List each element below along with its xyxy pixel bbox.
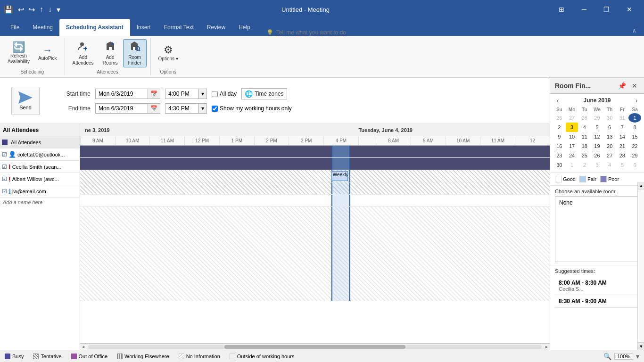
end-time-input[interactable]	[165, 104, 198, 113]
cal-day-2-6[interactable]: 15	[628, 132, 641, 141]
cal-day-5-0[interactable]: 30	[553, 160, 566, 170]
all-day-checkbox[interactable]	[212, 91, 218, 97]
cal-day-3-5[interactable]: 21	[616, 141, 629, 151]
cal-day-4-4[interactable]: 27	[603, 151, 616, 160]
cal-day-4-3[interactable]: 26	[591, 151, 603, 160]
cal-day-1-3[interactable]: 5	[591, 123, 603, 132]
add-rooms-button[interactable]: AddRooms	[99, 39, 122, 67]
cal-day-2-0[interactable]: 9	[553, 132, 566, 141]
undo-icon[interactable]: ↩	[18, 5, 24, 14]
tab-insert[interactable]: Insert	[130, 19, 157, 36]
fullscreen-btn[interactable]: ⊞	[551, 2, 572, 16]
grid-rows[interactable]: Weekly Staf...	[80, 146, 550, 343]
tab-format-text[interactable]: Format Text	[157, 19, 200, 36]
cal-day-2-3[interactable]: 12	[591, 132, 603, 141]
cal-day-4-0[interactable]: 23	[553, 151, 566, 160]
attendee-check-3[interactable]: ☑	[2, 188, 7, 195]
cal-day-5-6[interactable]: 6	[628, 160, 641, 170]
cal-day-0-1[interactable]: 27	[566, 113, 578, 123]
cal-day-3-2[interactable]: 18	[578, 141, 591, 151]
cal-day-1-1[interactable]: 3	[566, 123, 578, 132]
search-icon-status[interactable]: 🔍	[603, 353, 611, 360]
start-time-input[interactable]	[165, 89, 198, 99]
end-date-picker-btn[interactable]: 📅	[148, 104, 160, 113]
room-list[interactable]: None	[555, 196, 639, 262]
add-name-row[interactable]: Add a name here	[0, 197, 80, 207]
rf-scroll-up-btn[interactable]: ▲	[638, 182, 644, 189]
cal-day-1-2[interactable]: 4	[578, 123, 591, 132]
cal-day-3-0[interactable]: 16	[553, 141, 566, 151]
end-date-input[interactable]	[96, 104, 148, 113]
up-icon[interactable]: ↑	[40, 5, 43, 14]
ribbon-search-input[interactable]	[276, 29, 628, 36]
cal-day-3-6[interactable]: 22	[628, 141, 641, 151]
attendee-check-2[interactable]: ☑	[2, 176, 7, 182]
cal-day-3-1[interactable]: 17	[566, 141, 578, 151]
cal-day-3-3[interactable]: 19	[591, 141, 603, 151]
cal-day-0-2[interactable]: 28	[578, 113, 591, 123]
scroll-left-btn[interactable]: ◂	[80, 344, 86, 349]
cal-day-5-1[interactable]: 1	[566, 160, 578, 170]
cal-day-2-1[interactable]: 10	[566, 132, 578, 141]
room-item-none[interactable]: None	[557, 198, 637, 207]
cal-day-0-0[interactable]: 26	[553, 113, 566, 123]
rf-scrollbar[interactable]: ▲ ▼	[637, 182, 644, 350]
cal-next-btn[interactable]: ›	[632, 97, 641, 104]
tab-meeting[interactable]: Meeting	[26, 19, 59, 36]
add-attendees-button[interactable]: AddAttendees	[69, 39, 98, 67]
cal-day-1-4[interactable]: 6	[603, 123, 616, 132]
scroll-thumb[interactable]	[224, 345, 406, 349]
start-time-dropdown-btn[interactable]: ▾	[198, 89, 206, 99]
start-date-picker-btn[interactable]: 📅	[148, 89, 160, 99]
scroll-track[interactable]	[88, 345, 542, 349]
tab-scheduling[interactable]: Scheduling Assistant	[59, 19, 130, 36]
time-zones-btn[interactable]: 🌐 Time zones	[241, 88, 287, 99]
close-btn[interactable]: ✕	[619, 2, 640, 16]
cal-day-2-5[interactable]: 14	[616, 132, 629, 141]
attendee-check-1[interactable]: ☑	[2, 164, 7, 170]
cal-day-0-5[interactable]: 31	[616, 113, 629, 123]
cal-day-1-6[interactable]: 8	[628, 123, 641, 132]
scroll-right-btn[interactable]: ▸	[544, 344, 550, 349]
cal-day-1-5[interactable]: 7	[616, 123, 629, 132]
down-icon[interactable]: ↓	[48, 5, 52, 14]
show-working-hours-label[interactable]: Show my working hours only	[212, 105, 292, 112]
time-slot-0[interactable]: 8:00 AM - 8:30 AM Cecilia S...	[555, 277, 639, 295]
cal-prev-btn[interactable]: ‹	[553, 97, 562, 104]
cal-day-3-4[interactable]: 20	[603, 141, 616, 151]
room-finder-close-btn[interactable]: ✕	[630, 81, 639, 90]
time-slot-1[interactable]: 8:30 AM - 9:00 AM	[555, 295, 639, 308]
start-date-input[interactable]	[96, 89, 148, 99]
cal-day-2-4[interactable]: 13	[603, 132, 616, 141]
all-day-check-label[interactable]: All day	[212, 90, 237, 97]
cal-day-0-6[interactable]: 1	[628, 113, 641, 123]
save-icon[interactable]: 💾	[4, 5, 13, 14]
cal-day-5-5[interactable]: 5	[616, 160, 629, 170]
cal-day-4-2[interactable]: 25	[578, 151, 591, 160]
room-finder-button[interactable]: RoomFinder	[123, 39, 147, 67]
cal-day-0-4[interactable]: 30	[603, 113, 616, 123]
restore-btn[interactable]: ❐	[596, 2, 618, 16]
customize-icon[interactable]: ▾	[57, 5, 60, 14]
tab-help[interactable]: Help	[232, 19, 257, 36]
redo-icon[interactable]: ↪	[29, 5, 35, 14]
room-finder-pin-btn[interactable]: 📌	[616, 81, 628, 90]
cal-day-4-5[interactable]: 28	[616, 151, 629, 160]
minimize-btn[interactable]: ─	[573, 2, 595, 16]
zoom-input[interactable]	[614, 353, 633, 360]
show-working-hours-checkbox[interactable]	[212, 106, 218, 112]
autopick-button[interactable]: → AutoPick	[34, 39, 60, 67]
end-time-dropdown-btn[interactable]: ▾	[198, 104, 206, 113]
cal-day-5-4[interactable]: 4	[603, 160, 616, 170]
options-button[interactable]: ⚙ Options ▾	[155, 39, 182, 67]
cal-day-4-6[interactable]: 29	[628, 151, 641, 160]
cal-day-0-3[interactable]: 29	[591, 113, 603, 123]
cal-day-5-3[interactable]: 3	[591, 160, 603, 170]
send-button[interactable]: Send	[11, 87, 40, 115]
rf-scroll-down-btn[interactable]: ▼	[638, 342, 644, 350]
tab-review[interactable]: Review	[200, 19, 232, 36]
grid-scrollbar[interactable]: ◂ ▸	[80, 343, 550, 350]
ribbon-collapse-btn[interactable]: ∧	[628, 25, 640, 36]
attendee-check-0[interactable]: ☑	[2, 151, 7, 158]
cal-day-2-2[interactable]: 11	[578, 132, 591, 141]
